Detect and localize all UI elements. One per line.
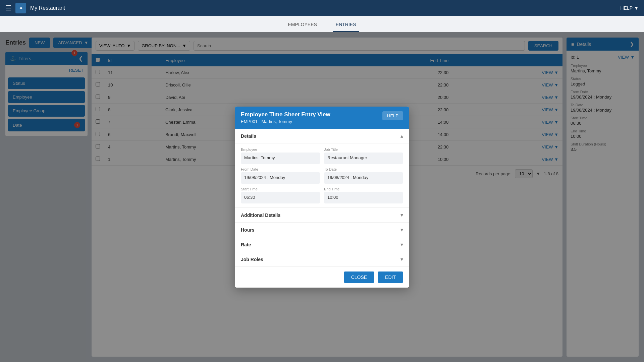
top-nav-left: ☰ ✦ My Restaurant [5,3,65,13]
employee-value: Martins, Tommy [241,153,320,164]
close-button[interactable]: CLOSE [344,272,374,283]
job-title-label: Job Title [324,147,403,152]
field-start-time: Start Time 06:30 [241,187,320,203]
field-end-time: End Time 10:00 [324,187,403,203]
from-date-value: 19/08/2024 : Monday [241,172,320,184]
section-job_roles[interactable]: Job Roles [235,252,409,266]
section-title: Hours [241,227,254,233]
job-title-value: Restaurant Manager [324,153,403,164]
field-employee: Employee Martins, Tommy [241,147,320,164]
section-title: Additional Details [241,213,280,218]
section-title: Job Roles [241,257,263,262]
main-content: Entries NEW ADVANCED ▼ ⚓ Filters 1 ❮ RES… [0,32,644,362]
details-section-title: Details [241,133,256,139]
section-additional[interactable]: Additional Details [235,208,409,223]
field-to-date: To Date 19/08/2024 : Monday [324,167,403,184]
from-date-label: From Date [241,167,320,171]
start-time-value: 06:30 [241,192,320,203]
top-nav: ☰ ✦ My Restaurant HELP ▼ [0,0,644,16]
details-section-chevron [400,133,403,139]
form-row-2: From Date 19/08/2024 : Monday To Date 19… [241,167,403,184]
tabs-bar: EMPLOYEES ENTRIES [0,16,644,32]
section-title: Rate [241,242,251,247]
chevron-down-icon [400,227,403,233]
tab-entries[interactable]: ENTRIES [333,18,359,32]
end-time-label: End Time [324,187,403,191]
form-row-3: Start Time 06:30 End Time 10:00 [241,187,403,203]
app-logo: ✦ [15,3,26,13]
start-time-label: Start Time [241,187,320,191]
form-row-1: Employee Martins, Tommy Job Title Restau… [241,147,403,164]
to-date-value: 19/08/2024 : Monday [324,172,403,184]
modal-subtitle: EMP001 - Martins, Tommy [241,119,330,124]
section-hours[interactable]: Hours [235,223,409,237]
employee-label: Employee [241,147,320,152]
modal: Employee Time Sheet Entry View EMP001 - … [235,107,409,288]
details-section-content: Employee Martins, Tommy Job Title Restau… [235,143,409,208]
app-title: My Restaurant [30,5,65,11]
end-time-value: 10:00 [324,192,403,203]
modal-header: Employee Time Sheet Entry View EMP001 - … [235,107,409,129]
modal-title: Employee Time Sheet Entry View [241,111,330,118]
to-date-label: To Date [324,167,403,171]
edit-button[interactable]: EDIT [378,272,403,283]
section-rate[interactable]: Rate [235,237,409,252]
modal-body: Details Employee Martins, Tommy Job Titl… [235,129,409,266]
menu-icon[interactable]: ☰ [5,4,11,12]
details-section-header[interactable]: Details [235,129,409,143]
chevron-down-icon [400,212,403,218]
chevron-down-icon: ▼ [634,5,639,11]
chevron-down-icon [400,256,403,262]
modal-help-button[interactable]: HELP [382,111,403,120]
field-job-title: Job Title Restaurant Manager [324,147,403,164]
modal-overlay[interactable]: Employee Time Sheet Entry View EMP001 - … [0,32,644,362]
modal-footer: CLOSE EDIT [235,266,409,288]
help-nav[interactable]: HELP ▼ [621,5,639,11]
tab-employees[interactable]: EMPLOYEES [285,18,319,32]
field-from-date: From Date 19/08/2024 : Monday [241,167,320,184]
chevron-down-icon [400,241,403,248]
